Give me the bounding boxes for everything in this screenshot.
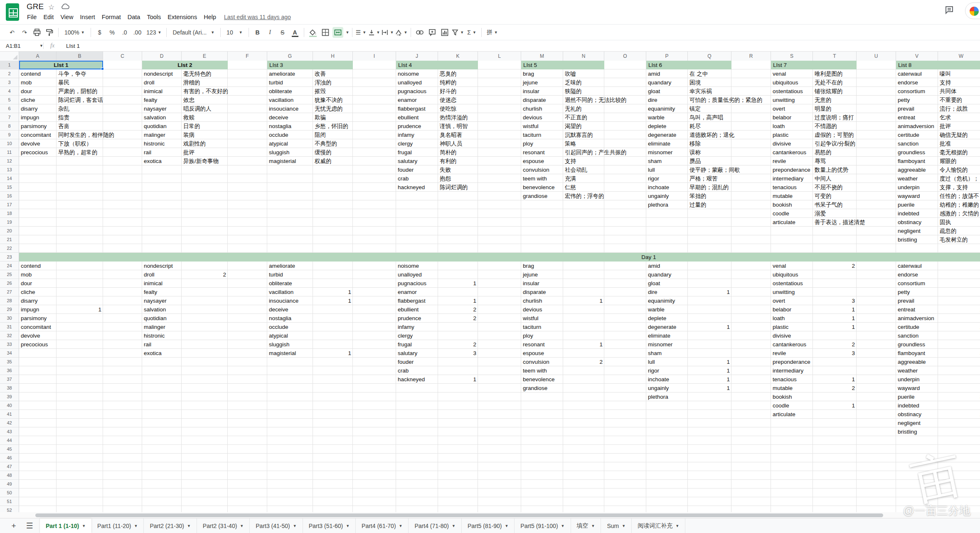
cell-translation[interactable]: 固执	[938, 218, 980, 227]
cell-translation[interactable]: 困境	[688, 78, 731, 87]
cell-word[interactable]: dour	[19, 87, 57, 96]
cell-translation[interactable]: 唯利是图的	[813, 69, 857, 78]
sheet-tab-menu-arrow[interactable]: ▼	[675, 524, 679, 528]
sheet-tab-13[interactable]: 阅读词汇补充▼	[632, 518, 685, 533]
cell-word[interactable]: warble	[646, 305, 688, 314]
cell-count[interactable]: 3	[938, 392, 980, 401]
cell-word[interactable]: clergy	[396, 331, 438, 340]
cell-word[interactable]: plethora	[646, 200, 688, 209]
cell-translation[interactable]: 赝品	[688, 157, 731, 165]
cell-word[interactable]: dire	[646, 288, 688, 296]
sheet-tab-menu-arrow[interactable]: ▼	[452, 524, 456, 528]
cell-word[interactable]: entreat	[896, 305, 938, 314]
select-all-corner[interactable]	[0, 52, 19, 61]
row-header-52[interactable]: 52	[0, 506, 19, 512]
sheet-tab-3[interactable]: Part2 (21-30)▼	[144, 518, 197, 533]
cell-word[interactable]: noisome	[396, 69, 438, 78]
cell-translation[interactable]: 镇定	[688, 104, 731, 113]
column-header-W[interactable]: W	[938, 52, 980, 61]
sheet-tab-12[interactable]: Sum▼	[601, 518, 632, 533]
cell-word[interactable]: unwitting	[771, 288, 813, 296]
drive-status-icon[interactable]	[62, 3, 70, 11]
cell-word[interactable]: groundless	[896, 340, 938, 349]
column-header-R[interactable]: R	[731, 52, 771, 61]
cell-word[interactable]: fouder	[396, 358, 438, 366]
cell-word[interactable]: prudence	[396, 314, 438, 323]
cell-word[interactable]: lull	[646, 358, 688, 366]
filter-icon[interactable]: ▼	[452, 27, 464, 38]
cell-word[interactable]: infamy	[396, 131, 438, 139]
list-header-8[interactable]: List 8	[896, 61, 980, 69]
cell-word[interactable]: revile	[771, 349, 813, 358]
cell-word[interactable]: insouciance	[267, 104, 313, 113]
zoom-select[interactable]: 100%▼	[62, 27, 87, 38]
cell-translation[interactable]: 批准	[938, 139, 980, 148]
cell-translation[interactable]: 不正直的	[563, 113, 604, 122]
cell-word[interactable]: amid	[646, 262, 688, 270]
column-header-H[interactable]: H	[313, 52, 353, 61]
cell-word[interactable]: groundless	[896, 148, 938, 157]
row-header-14[interactable]: 14	[0, 174, 19, 183]
meet-button[interactable]	[965, 2, 980, 19]
cell-word[interactable]: prevail	[896, 104, 938, 113]
row-header-33[interactable]: 33	[0, 340, 19, 349]
cell-word[interactable]: contend	[19, 262, 57, 270]
column-header-F[interactable]: F	[228, 52, 267, 61]
column-header-J[interactable]: J	[396, 52, 438, 61]
cell-word[interactable]: revile	[771, 157, 813, 165]
cell-word[interactable]: noisome	[396, 262, 438, 270]
cell-word[interactable]: mutable	[771, 384, 813, 392]
cell-translation[interactable]: 救赎	[182, 113, 228, 122]
cell-translation[interactable]: 铺张炫耀的	[813, 87, 857, 96]
cell-word[interactable]: devolve	[19, 139, 57, 148]
cell-word[interactable]: contend	[19, 69, 57, 78]
cell-word[interactable]: certitude	[896, 131, 938, 139]
all-sheets-button[interactable]: ☰	[22, 518, 37, 533]
cell-word[interactable]: endorse	[896, 78, 938, 87]
cell-translation[interactable]: 在 之中	[688, 69, 731, 78]
row-header-24[interactable]: 24	[0, 262, 19, 270]
row-header-40[interactable]: 40	[0, 401, 19, 410]
cell-word[interactable]: loath	[771, 122, 813, 131]
cell-word[interactable]: resonant	[521, 340, 563, 349]
row-header-1[interactable]: 1	[0, 61, 19, 69]
row-header-10[interactable]: 10	[0, 139, 19, 148]
cell-translation[interactable]: 移除	[688, 139, 731, 148]
cell-word[interactable]: plethora	[646, 392, 688, 401]
cell-translation[interactable]: 度过（危机）；	[938, 174, 980, 183]
cell-word[interactable]: convulsion	[521, 165, 563, 174]
cell-word[interactable]: crab	[396, 174, 438, 183]
cell-word[interactable]: atypical	[267, 331, 313, 340]
cell-word[interactable]: puerile	[896, 392, 938, 401]
cell-translation[interactable]: 谨慎，明智	[438, 122, 478, 131]
cell-word[interactable]: ubiquitous	[771, 78, 813, 87]
sheet-tab-menu-arrow[interactable]: ▼	[561, 524, 565, 528]
cell-word[interactable]: petty	[896, 96, 938, 104]
cell-word[interactable]: articulate	[771, 410, 813, 419]
horizontal-scrollbar-handle[interactable]	[35, 513, 883, 517]
cell-translation[interactable]: 过量的	[688, 200, 731, 209]
cell-word[interactable]: wistful	[521, 314, 563, 323]
menu-view[interactable]: View	[57, 12, 76, 22]
row-header-23[interactable]: 23	[0, 253, 19, 262]
cell-word[interactable]: taciturn	[521, 131, 563, 139]
cell-word[interactable]: churlish	[521, 104, 563, 113]
column-header-G[interactable]: G	[267, 52, 313, 61]
cell-translation[interactable]: 渴望的	[563, 122, 604, 131]
cell-word[interactable]: exotica	[142, 349, 182, 358]
comment-history-icon[interactable]	[944, 5, 954, 17]
cell-translation[interactable]: 早期的；混乱的	[688, 183, 731, 192]
menu-extensions[interactable]: Extensions	[165, 12, 200, 22]
column-header-K[interactable]: K	[438, 52, 478, 61]
cell-word[interactable]: overt	[771, 296, 813, 305]
cell-word[interactable]: indebted	[896, 209, 938, 218]
column-header-E[interactable]: E	[182, 52, 228, 61]
cell-translation[interactable]: 中间人	[813, 174, 857, 183]
cell-word[interactable]: ostentatious	[771, 87, 813, 96]
cell-count[interactable]: 2	[438, 314, 478, 323]
cell-translation[interactable]: 嚎叫	[938, 69, 980, 78]
cell-word[interactable]: weather	[896, 366, 938, 375]
text-rotation-icon[interactable]: ▼	[395, 27, 407, 38]
cell-count[interactable]: 1	[813, 305, 857, 314]
cell-word[interactable]: grandiose	[521, 192, 563, 200]
